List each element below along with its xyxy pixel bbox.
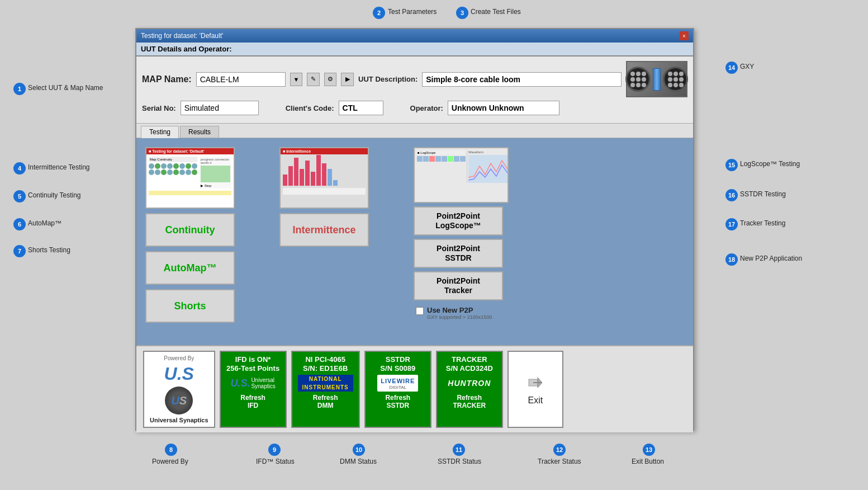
- map-dropdown-btn[interactable]: ▼: [290, 73, 303, 86]
- sstdr-logo-area: LIVEWIRE DIGITAL: [377, 375, 418, 392]
- callout-3: 3: [456, 7, 468, 19]
- callout-7-label: Shorts Testing: [28, 246, 70, 254]
- callout-16-label: SSTDR Testing: [740, 190, 786, 198]
- livewire-logo: LIVEWIRE DIGITAL: [377, 375, 418, 392]
- middle-test-panel: ■ Intermittence Intermittence: [279, 147, 369, 247]
- powered-by-brand: Universal Synaptics: [150, 417, 208, 423]
- serial-label: Serial No:: [142, 104, 176, 112]
- refresh-ifd-button[interactable]: RefreshIFD: [240, 394, 265, 409]
- tracker-title: TRACKERS/N ACD324D: [446, 355, 493, 373]
- callout-1-label: Select UUT & Map Name: [28, 84, 103, 92]
- callout-17-label: Tracker Testing: [740, 219, 785, 227]
- desc-input[interactable]: [422, 72, 622, 87]
- callout-3-label: Create Test Files: [471, 8, 521, 16]
- map-name-label: MAP Name:: [142, 74, 192, 84]
- connector-right: [663, 67, 688, 92]
- serial-input[interactable]: [181, 101, 259, 115]
- new-p2p-checkbox[interactable]: [416, 307, 424, 315]
- callout-6-label: AutoMap™: [28, 219, 61, 227]
- intermittence-button[interactable]: Intermittence: [279, 213, 369, 247]
- callout-4: 4: [13, 162, 26, 175]
- callout-18-label: New P2P Application: [740, 255, 802, 262]
- right-panel: ■ LogScope Waveform: [414, 147, 509, 322]
- tracker-status-card: TRACKERS/N ACD324D HUNTRON RefreshTRACKE…: [436, 351, 503, 428]
- callout-15: 15: [725, 159, 738, 171]
- ifd-logo: U.S. UniversalSynaptics: [230, 377, 275, 389]
- callout-11: 11: [453, 444, 465, 456]
- operator-input[interactable]: [448, 101, 559, 115]
- operator-label: Operator:: [410, 104, 443, 112]
- exit-card[interactable]: Exit: [507, 351, 563, 428]
- callout-6: 6: [13, 218, 26, 230]
- client-input[interactable]: [339, 101, 383, 115]
- p2p-tracker-button[interactable]: Point2PointTracker: [414, 271, 503, 300]
- callout-14: 14: [725, 62, 738, 74]
- callout-12-label: Tracker Status: [538, 458, 581, 465]
- sstdr-title: SSTDRS/N S0089: [380, 355, 415, 373]
- connector-cable: [653, 68, 661, 91]
- callout-18: 18: [725, 253, 738, 266]
- dmm-logo-area: NATIONAL INSTRUMENTS: [298, 375, 353, 392]
- refresh-tracker-button[interactable]: RefreshTRACKER: [453, 394, 486, 409]
- desc-label: UUT Description:: [358, 75, 418, 83]
- intermittence-thumbnail: ■ Intermittence: [279, 147, 369, 209]
- logscope-thumbnail: ■ LogScope Waveform: [414, 147, 509, 203]
- dmm-title: NI PCI-4065S/N: ED1E6B: [303, 355, 348, 373]
- left-test-panel: ■ Testing for dataset: 'Default' Map Con…: [145, 147, 235, 323]
- use-new-p2p-area: Use New P2P GXY supported > 2100x1500: [414, 304, 509, 322]
- window-title: Testing for dataset: 'Default': [141, 32, 223, 40]
- header-bar: UUT Details and Operator:: [136, 43, 693, 56]
- window-close-button[interactable]: ×: [680, 31, 689, 40]
- callout-13-label: Exit Button: [632, 458, 664, 465]
- p2p-logscope-button[interactable]: Point2PointLogScope™: [414, 206, 503, 235]
- callout-11-label: SSTDR Status: [438, 458, 481, 465]
- callout-5-label: Continuity Testing: [28, 191, 81, 199]
- connector-image: [626, 61, 687, 97]
- uut-section: MAP Name: ▼ ✎ ⚙ ▶ UUT Description:: [136, 56, 693, 124]
- callout-10: 10: [353, 444, 365, 456]
- callout-16: 16: [725, 189, 738, 201]
- dmm-status-card: NI PCI-4065S/N: ED1E6B NATIONAL INSTRUME…: [291, 351, 360, 428]
- continuity-button[interactable]: Continuity: [145, 213, 235, 247]
- map-edit-btn[interactable]: ✎: [307, 73, 320, 86]
- new-p2p-label: Use New P2P: [427, 306, 492, 314]
- ifd-logo-area: U.S. UniversalSynaptics: [230, 375, 275, 392]
- callout-5: 5: [13, 190, 26, 202]
- ifd-title: IFD is ON*256-Test Points: [226, 355, 279, 373]
- ni-logo: NATIONAL INSTRUMENTS: [298, 375, 353, 392]
- callout-17: 17: [725, 218, 738, 230]
- callout-8: 8: [165, 444, 177, 456]
- callout-1: 1: [13, 83, 26, 95]
- map-settings-btn[interactable]: ⚙: [324, 73, 337, 86]
- map-run-btn[interactable]: ▶: [341, 73, 354, 86]
- callout-12: 12: [553, 444, 566, 456]
- tab-results[interactable]: Results: [180, 126, 219, 138]
- callout-8-label: Powered By: [152, 458, 188, 465]
- callout-4-label: Intermittence Testing: [28, 163, 90, 171]
- callout-15-label: LogScope™ Testing: [740, 160, 800, 168]
- client-label: Client's Code:: [286, 104, 334, 112]
- new-p2p-sublabel: GXY supported > 2100x1500: [427, 314, 492, 320]
- map-name-input[interactable]: [196, 72, 286, 87]
- shorts-button[interactable]: Shorts: [145, 289, 235, 323]
- callout-7: 7: [13, 245, 26, 257]
- callout-14-label: GXY: [740, 63, 754, 70]
- main-window: Testing for dataset: 'Default' × UUT Det…: [135, 28, 694, 431]
- header-label: UUT Details and Operator:: [141, 45, 232, 53]
- p2p-sstdr-button[interactable]: Point2PointSSTDR: [414, 239, 503, 268]
- refresh-sstdr-button[interactable]: RefreshSSTDR: [385, 394, 410, 409]
- tab-bar: Testing Results: [136, 124, 693, 138]
- automap-button[interactable]: AutoMap™: [145, 251, 235, 285]
- callout-9: 9: [268, 444, 281, 456]
- window-titlebar: Testing for dataset: 'Default' ×: [136, 29, 693, 43]
- exit-icon: [527, 374, 544, 395]
- connector-left: [625, 67, 651, 92]
- callout-10-label: DMM Status: [340, 458, 377, 465]
- refresh-dmm-button[interactable]: RefreshDMM: [313, 394, 338, 409]
- callout-13: 13: [643, 444, 655, 456]
- testing-area: ■ Testing for dataset: 'Default' Map Con…: [136, 138, 693, 345]
- powered-by-card: Powered By U.S U S Universal Synaptics: [143, 351, 215, 428]
- tab-testing[interactable]: Testing: [141, 126, 179, 138]
- ifd-status-card: IFD is ON*256-Test Points U.S. Universal…: [220, 351, 287, 428]
- callout-2: 2: [373, 7, 385, 19]
